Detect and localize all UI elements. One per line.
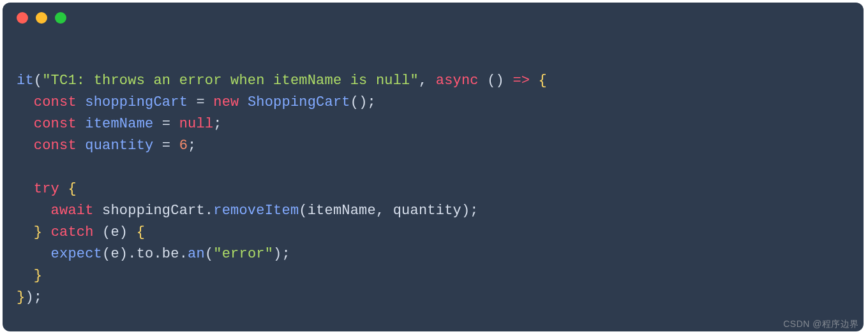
code-token: an <box>188 246 205 262</box>
code-token: ( <box>34 73 42 89</box>
code-token: shoppingCart. <box>94 203 214 219</box>
code-token <box>77 138 85 154</box>
code-token: const <box>34 138 77 154</box>
code-token: } <box>17 289 25 305</box>
titlebar <box>3 3 864 33</box>
code-token: ( <box>205 246 213 262</box>
code-token <box>504 73 513 89</box>
code-token <box>77 116 85 132</box>
code-token: shoppingCart <box>85 94 188 110</box>
watermark-text: CSDN @程序边界 <box>783 319 859 330</box>
code-token: ); <box>25 289 42 305</box>
code-token <box>17 94 34 110</box>
code-token: itemName <box>85 116 153 132</box>
code-window: it("TC1: throws an error when itemName i… <box>3 3 864 331</box>
code-token: null <box>179 116 214 132</box>
code-token: await <box>51 203 94 219</box>
code-token <box>59 181 68 197</box>
code-token: = <box>153 138 179 154</box>
code-token <box>77 94 85 110</box>
code-token: "TC1: throws an error when itemName is n… <box>42 73 419 89</box>
code-token: { <box>68 181 76 197</box>
code-token <box>17 224 34 240</box>
code-token: ShoppingCart <box>248 94 350 110</box>
maximize-icon[interactable] <box>55 12 66 24</box>
code-token: (itemName, quantity); <box>299 203 478 219</box>
code-token <box>42 224 50 240</box>
code-token <box>17 203 51 219</box>
code-token: removeItem <box>213 203 299 219</box>
code-token: (e).to.be. <box>102 246 188 262</box>
code-token <box>17 116 34 132</box>
code-token: } <box>34 224 42 240</box>
code-token: expect <box>51 246 102 262</box>
code-token: ( <box>487 73 495 89</box>
code-block: it("TC1: throws an error when itemName i… <box>3 33 864 309</box>
code-token <box>479 73 487 89</box>
code-token <box>17 268 34 284</box>
code-token: ; <box>188 138 196 154</box>
minimize-icon[interactable] <box>36 12 47 24</box>
code-token: async <box>436 73 479 89</box>
code-token: ) <box>496 73 504 89</box>
code-token: "error" <box>213 246 273 262</box>
code-token <box>17 138 34 154</box>
code-token: (); <box>350 94 376 110</box>
code-token <box>530 73 538 89</box>
code-token: = <box>188 94 213 110</box>
code-token: catch <box>51 224 94 240</box>
code-token: it <box>17 73 34 89</box>
code-token: const <box>34 94 77 110</box>
code-token: const <box>34 116 77 132</box>
code-token: quantity <box>85 138 153 154</box>
code-token: { <box>539 73 547 89</box>
code-token: , <box>419 73 436 89</box>
code-token: ; <box>213 116 221 132</box>
code-token: new <box>213 94 239 110</box>
code-token: ); <box>273 246 290 262</box>
code-token <box>17 181 34 197</box>
code-token: { <box>137 224 145 240</box>
code-token <box>239 94 248 110</box>
code-token: = <box>153 116 179 132</box>
code-token: } <box>34 268 42 284</box>
code-token: => <box>513 73 530 89</box>
close-icon[interactable] <box>17 12 28 24</box>
code-token <box>17 246 51 262</box>
code-token: 6 <box>179 138 188 154</box>
code-token: try <box>34 181 59 197</box>
code-token: (e) <box>94 224 137 240</box>
